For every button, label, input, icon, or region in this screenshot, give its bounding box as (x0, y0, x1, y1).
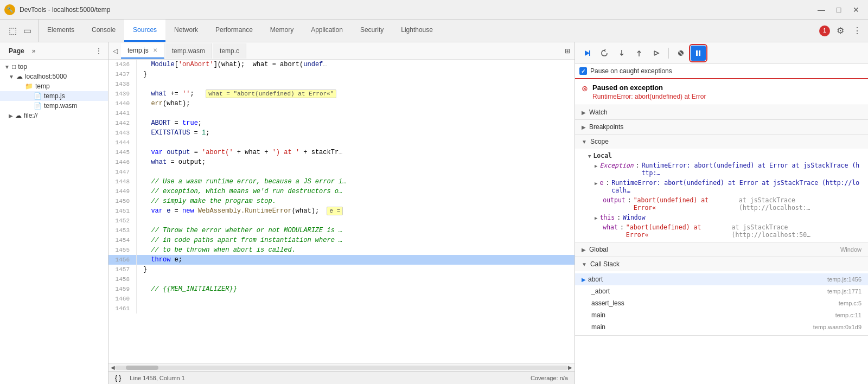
code-tab-tempwasm[interactable]: temp.wasm (165, 43, 212, 59)
chevron-icon: ▼ (9, 74, 14, 80)
scroll-left-btn[interactable]: ◀ (111, 364, 115, 370)
tab-performance[interactable]: Performance (207, 20, 261, 42)
exception-info: Paused on exception RuntimeError: abort(… (592, 84, 706, 100)
tab-label: temp.wasm (172, 47, 205, 55)
code-nav-back[interactable]: ◁ (111, 45, 120, 57)
prop-name: Exception (599, 162, 633, 169)
format-icon[interactable]: ⊞ (563, 45, 572, 57)
sidebar-menu-icon[interactable]: ⋮ (94, 46, 104, 56)
scope-item-output[interactable]: output : "abort(undefined) at Error« at … (575, 195, 868, 213)
tree-label: temp.js (44, 92, 65, 100)
format-toggle-btn[interactable]: { } (115, 374, 121, 382)
scroll-track[interactable] (115, 366, 568, 370)
scope-item-this[interactable]: ▶ this : Window (575, 213, 868, 222)
page-tab[interactable]: Page (4, 46, 29, 56)
tree-item-localhost[interactable]: ▼ ☁ localhost:5000 (0, 72, 108, 81)
tab-memory[interactable]: Memory (261, 20, 302, 42)
sidebar-more-icon[interactable]: » (31, 46, 37, 56)
watch-arrow-icon: ▶ (582, 110, 586, 116)
code-content[interactable]: 1436 Module['onAbort'](what); what = abo… (108, 60, 575, 363)
code-line: 1450 // simply make the program stop. (108, 196, 575, 206)
deactivate-breakpoints-button[interactable] (673, 46, 688, 61)
inspect-icon[interactable]: ⬚ (7, 23, 19, 38)
step-over-button[interactable] (597, 46, 612, 61)
code-tab-tempc[interactable]: temp.c (213, 43, 246, 59)
global-value: Window (840, 246, 861, 253)
tree-item-top[interactable]: ▼ □ top (0, 62, 108, 72)
more-options-icon[interactable]: ⋮ (851, 23, 864, 38)
callstack-item-abort2[interactable]: _abort temp.js:1771 (575, 285, 868, 297)
code-panel: ◁ temp.js ✕ temp.wasm temp.c ⊞ 1436 Modu… (108, 42, 575, 384)
breakpoints-header[interactable]: ▶ Breakpoints (575, 120, 868, 134)
code-line: 1438 (108, 79, 575, 89)
wasm-file-icon: 📄 (34, 102, 42, 110)
debugger-panel: Pause on caught exceptions ⊗ Paused on e… (575, 42, 868, 384)
callstack-name: main (591, 311, 833, 319)
prop-name: this (599, 214, 615, 221)
tree-item-tempjs[interactable]: 📄 temp.js (0, 91, 108, 101)
tree-item-file[interactable]: ▶ ☁ file:// (0, 111, 108, 120)
callstack-loc: temp.c:11 (835, 312, 861, 318)
scope-local-header[interactable]: ▼ Local (575, 151, 868, 161)
callstack-item-main2[interactable]: main temp.wasm:0x1d9 (575, 321, 868, 333)
tab-security[interactable]: Security (352, 20, 392, 42)
horizontal-scrollbar[interactable]: ◀ ▶ (108, 363, 575, 371)
code-line: 1441 (108, 108, 575, 118)
scope-item-what[interactable]: what : "abort(undefined) at Error« at js… (575, 222, 868, 240)
scroll-thumb[interactable] (126, 366, 158, 370)
tab-sources[interactable]: Sources (124, 20, 165, 42)
tab-lighthouse[interactable]: Lighthouse (392, 20, 442, 42)
code-line: 1443 EXITSTATUS = 1; (108, 128, 575, 138)
global-header[interactable]: ▶ Global Window (575, 242, 868, 257)
callstack-section: ▼ Call Stack ▶ abort temp.js:1456 _abort… (575, 257, 868, 336)
device-icon[interactable]: ▭ (21, 23, 34, 38)
code-line: 1454 // in code paths apart from instant… (108, 235, 575, 245)
settings-icon[interactable]: ⚙ (834, 23, 846, 38)
code-tab-tempjs[interactable]: temp.js ✕ (121, 43, 164, 59)
step-into-button[interactable] (614, 46, 629, 61)
callstack-name: _abort (591, 287, 825, 295)
watch-label: Watch (589, 108, 608, 116)
tab-elements[interactable]: Elements (39, 20, 83, 42)
callstack-item-abort[interactable]: ▶ abort temp.js:1456 (575, 273, 868, 285)
tree-label: top (18, 63, 27, 71)
callstack-loc: temp.js:1771 (827, 288, 861, 295)
watch-header[interactable]: ▶ Watch (575, 105, 868, 119)
exception-error-icon: ⊗ (582, 84, 588, 93)
tab-close-icon[interactable]: ✕ (153, 47, 157, 53)
breakpoints-label: Breakpoints (589, 123, 623, 131)
scroll-right-btn[interactable]: ▶ (568, 364, 572, 370)
tab-console[interactable]: Console (83, 20, 124, 42)
callstack-item-assert[interactable]: assert_less temp.c:5 (575, 297, 868, 309)
pause-on-exceptions-button[interactable] (691, 46, 706, 61)
tab-network[interactable]: Network (165, 20, 207, 42)
scope-item-e[interactable]: ▶ e : RuntimeError: abort(undefined) at … (575, 178, 868, 195)
tab-application[interactable]: Application (302, 20, 352, 42)
step-out-button[interactable] (631, 46, 647, 61)
code-line: 1447 (108, 167, 575, 177)
scope-header[interactable]: ▼ Scope (575, 135, 868, 149)
coverage-status: Coverage: n/a (531, 375, 568, 381)
prop-name: e (599, 179, 603, 187)
step-button[interactable] (649, 46, 664, 61)
maximize-button[interactable]: □ (831, 4, 846, 15)
callstack-item-main1[interactable]: main temp.c:11 (575, 309, 868, 321)
pause-exceptions-checkbox[interactable] (579, 67, 587, 75)
code-line: 1457 } (108, 265, 575, 274)
callstack-label: Call Stack (590, 260, 620, 268)
callstack-header[interactable]: ▼ Call Stack (575, 257, 868, 271)
main-area: Page » ⋮ ▼ □ top ▼ ☁ localhost:5000 📁 te… (0, 42, 868, 384)
close-button[interactable]: ✕ (848, 4, 864, 15)
js-file-icon: 📄 (34, 92, 42, 100)
callstack-current-icon: ▶ (582, 277, 586, 283)
resume-button[interactable] (579, 46, 595, 61)
cloud-icon: ☁ (16, 73, 23, 80)
code-line: 1449 // exception, which means we'd run … (108, 187, 575, 196)
folder-icon: 📁 (25, 82, 33, 90)
scope-item-exception[interactable]: ▶ Exception : RuntimeError: abort(undefi… (575, 161, 868, 178)
tree-item-temp[interactable]: 📁 temp (0, 81, 108, 91)
breakpoints-arrow-icon: ▶ (582, 124, 586, 130)
tree-item-tempwasm[interactable]: 📄 temp.wasm (0, 101, 108, 111)
minimize-button[interactable]: — (814, 4, 829, 15)
code-line: 1436 Module['onAbort'](what); what = abo… (108, 60, 575, 69)
